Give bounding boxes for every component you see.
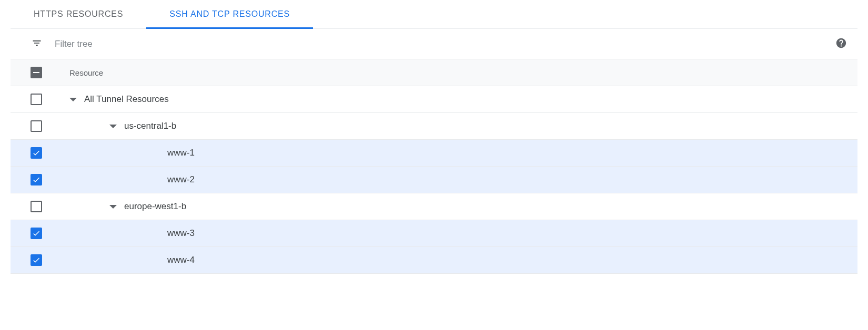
caret-down-icon[interactable] (69, 98, 77, 101)
checkbox-root[interactable] (31, 94, 42, 105)
table-header: Resource (11, 59, 857, 86)
caret-down-icon[interactable] (109, 125, 117, 128)
help-icon[interactable] (835, 37, 847, 50)
checkbox-zone-europe-west1-b[interactable] (31, 201, 42, 212)
tabs: HTTPS RESOURCES SSH AND TCP RESOURCES (11, 0, 857, 29)
tab-https-resources[interactable]: HTTPS RESOURCES (11, 0, 146, 28)
tree-label-zone2: europe-west1-b (124, 201, 186, 212)
checkbox-vm-www-3[interactable] (31, 228, 42, 239)
tree-row-zone-europe-west1-b[interactable]: europe-west1-b (11, 193, 857, 220)
tree-row-vm-www-1[interactable]: www-1 (11, 140, 857, 167)
tree-label-vm3: www-3 (167, 228, 195, 239)
tree-label-root: All Tunnel Resources (84, 94, 169, 105)
tree-label-vm2: www-2 (167, 174, 195, 185)
checkbox-zone-us-central1-b[interactable] (31, 120, 42, 132)
filter-bar (11, 29, 857, 59)
filter-icon[interactable] (32, 38, 42, 50)
column-header-resource: Resource (69, 68, 103, 77)
checkbox-vm-www-2[interactable] (31, 174, 42, 185)
filter-input[interactable] (55, 39, 823, 49)
tree-label-vm1: www-1 (167, 148, 195, 158)
checkbox-vm-www-4[interactable] (31, 254, 42, 266)
checkbox-vm-www-1[interactable] (31, 147, 42, 159)
tab-ssh-tcp-resources[interactable]: SSH AND TCP RESOURCES (146, 0, 313, 28)
caret-down-icon[interactable] (109, 205, 117, 209)
tree-row-zone-us-central1-b[interactable]: us-central1-b (11, 113, 857, 140)
tree-row-vm-www-4[interactable]: www-4 (11, 247, 857, 274)
tree-label-zone1: us-central1-b (124, 121, 176, 131)
tree-row-vm-www-2[interactable]: www-2 (11, 167, 857, 193)
tree-label-vm4: www-4 (167, 255, 195, 265)
tree-row-vm-www-3[interactable]: www-3 (11, 220, 857, 247)
checkbox-select-all[interactable] (31, 67, 42, 78)
tree-row-root[interactable]: All Tunnel Resources (11, 86, 857, 113)
